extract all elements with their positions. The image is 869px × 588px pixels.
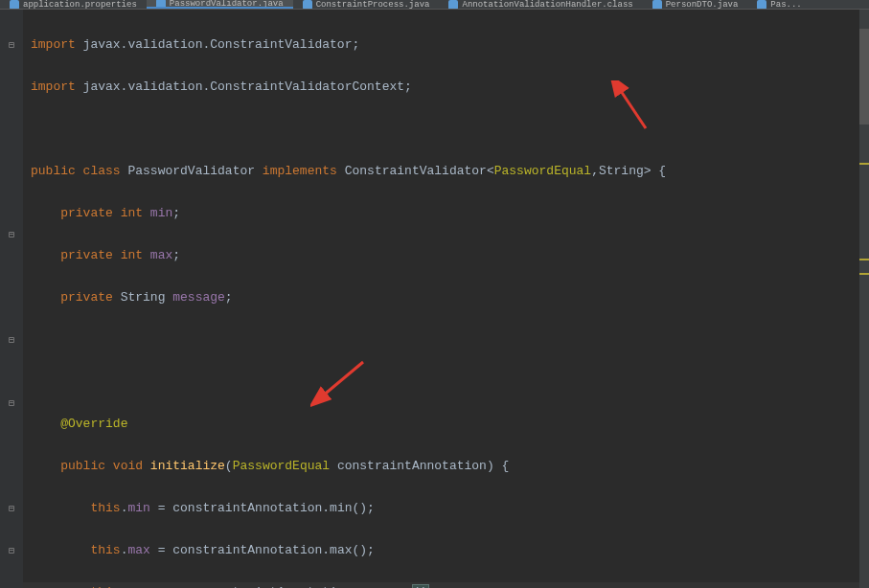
warning-marker[interactable] xyxy=(859,163,869,165)
code-text: > { xyxy=(644,164,666,178)
keyword: this xyxy=(90,501,120,515)
tab-item[interactable]: PersonDTO.java xyxy=(643,0,748,9)
method-name: initialize xyxy=(150,459,225,473)
file-icon xyxy=(448,0,458,9)
file-icon xyxy=(757,0,766,9)
tab-item-active[interactable]: PasswordValidator.java xyxy=(147,0,293,9)
tab-label: PasswordValidator.java xyxy=(170,0,284,9)
code-text: String xyxy=(599,164,644,178)
tab-label: PersonDTO.java xyxy=(666,0,739,9)
code-text: constraintAnnotation) { xyxy=(330,459,509,473)
field: min xyxy=(150,206,172,220)
fold-icon[interactable]: ⊟ xyxy=(9,503,14,514)
code-text: javax.validation.ConstraintValidator; xyxy=(76,37,359,52)
keyword: int xyxy=(121,206,150,220)
scroll-thumb[interactable] xyxy=(859,29,869,124)
field: max xyxy=(150,248,172,262)
code-text: = constraintAnnotation.min(); xyxy=(150,501,375,515)
keyword: private xyxy=(60,248,120,262)
file-icon xyxy=(156,0,166,9)
caret-paren: () xyxy=(412,584,429,588)
file-icon xyxy=(652,0,662,9)
code-text: String xyxy=(121,290,173,305)
keyword: private xyxy=(60,290,120,305)
field: min xyxy=(127,501,149,515)
anno-type: PasswordEqual xyxy=(233,459,330,473)
warning-marker[interactable] xyxy=(859,259,869,260)
tab-item[interactable]: application.properties xyxy=(0,0,147,9)
warning-marker[interactable] xyxy=(859,273,869,275)
keyword: public xyxy=(60,459,113,473)
keyword: int xyxy=(121,248,150,262)
fold-icon[interactable]: ⊟ xyxy=(9,334,14,346)
code-text: ConstraintValidator< xyxy=(345,164,494,178)
field: max xyxy=(127,543,149,557)
code-text: ; xyxy=(172,206,180,220)
class-name: PasswordValidator xyxy=(127,164,262,178)
fold-icon[interactable]: ⊟ xyxy=(9,229,14,240)
annotation: @Override xyxy=(60,417,127,431)
tab-label: application.properties xyxy=(23,0,137,9)
code-text: ; xyxy=(172,248,180,262)
code-area[interactable]: import javax.validation.ConstraintValida… xyxy=(23,10,859,588)
keyword: import xyxy=(31,37,76,52)
code-text: , xyxy=(591,164,599,178)
fold-icon[interactable]: ⊟ xyxy=(9,545,14,556)
gutter: ⊟ ⊟ ⊟ ⊟ ⊟ ⊟ xyxy=(0,10,23,588)
anno-type: PasswordEqual xyxy=(494,164,591,178)
tab-label: Pas... xyxy=(770,0,801,9)
tab-label: ConstraintProcess.java xyxy=(316,0,430,9)
editor-tabs: application.properties PasswordValidator… xyxy=(0,0,869,10)
vertical-scrollbar[interactable] xyxy=(859,10,869,588)
file-icon xyxy=(303,0,312,9)
keyword: private xyxy=(60,206,120,220)
tab-item[interactable]: Pas... xyxy=(747,0,811,9)
tab-item[interactable]: AnnotationValidationHandler.class xyxy=(439,0,642,9)
code-text: = constraintAnnotation.max(); xyxy=(150,543,375,557)
field: message xyxy=(172,290,225,305)
tab-label: AnnotationValidationHandler.class xyxy=(462,0,632,9)
keyword: this xyxy=(90,543,120,557)
keyword: implements xyxy=(263,164,345,178)
tab-item[interactable]: ConstraintProcess.java xyxy=(293,0,440,9)
code-text: javax.validation.ConstraintValidatorCont… xyxy=(76,79,412,94)
fold-icon[interactable]: ⊟ xyxy=(9,397,14,409)
keyword: public xyxy=(31,164,83,178)
code-text: ( xyxy=(225,459,233,473)
file-icon xyxy=(10,0,19,9)
keyword: class xyxy=(83,164,128,178)
code-editor[interactable]: ⊟ ⊟ ⊟ ⊟ ⊟ ⊟ import javax.validation.Cons… xyxy=(0,10,869,588)
keyword: void xyxy=(113,459,150,473)
fold-icon[interactable]: ⊟ xyxy=(9,39,14,51)
code-text: ; xyxy=(225,290,233,305)
keyword: import xyxy=(31,79,76,94)
